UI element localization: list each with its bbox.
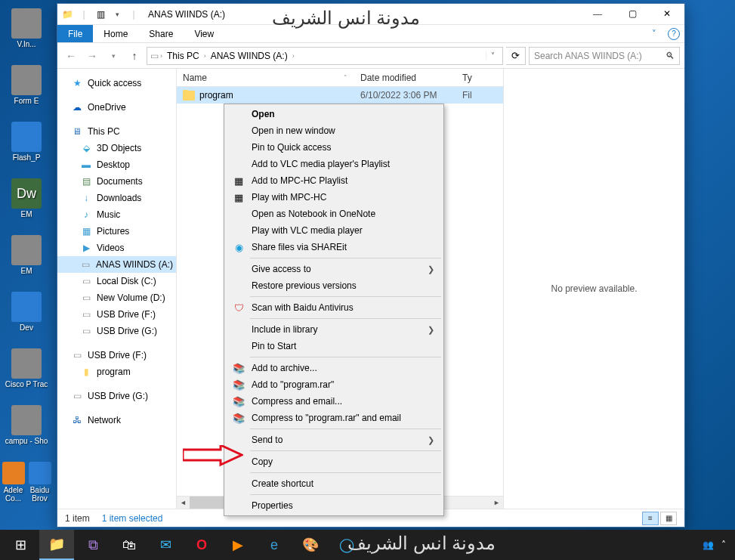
ctx-add-vlc[interactable]: Add to VLC media player's Playlist <box>226 156 442 172</box>
nav-videos[interactable]: ▶Videos <box>57 240 176 256</box>
refresh-button[interactable]: ⟳ <box>506 47 526 65</box>
forward-button[interactable]: → <box>83 47 101 65</box>
nav-anas-drive[interactable]: ▭ANAS WIINDS (A:) <box>57 256 176 273</box>
file-row[interactable]: program 6/10/2022 3:06 PM Fil <box>177 87 503 104</box>
ctx-baidu[interactable]: 🛡Scan with Baidu Antivirus <box>226 299 442 316</box>
svg-marker-0 <box>183 445 242 465</box>
task-opera[interactable]: O <box>184 530 219 560</box>
col-type[interactable]: Ty <box>456 69 479 86</box>
task-paint[interactable]: 🎨 <box>293 530 328 560</box>
minimize-button[interactable]: — <box>580 4 615 25</box>
desktop-icon[interactable]: Dev <box>0 283 53 340</box>
system-tray[interactable]: 👥 ˄ <box>703 540 732 550</box>
nav-network[interactable]: 🖧Network <box>57 412 176 429</box>
nav-usb-f[interactable]: ▭USB Drive (F:) <box>57 306 176 323</box>
tray-people-icon[interactable]: 👥 <box>703 540 714 550</box>
details-view-button[interactable]: ≡ <box>642 512 659 525</box>
address-bar[interactable]: ▭ › This PC › ANAS WIINDS (A:) › ˅ <box>147 47 503 65</box>
ctx-open-new-window[interactable]: Open in new window <box>226 122 442 139</box>
expand-ribbon-button[interactable]: ˅ <box>645 29 663 39</box>
task-video[interactable]: ▶ <box>221 530 255 560</box>
ctx-add-mpc[interactable]: ▦Add to MPC-HC Playlist <box>226 172 442 189</box>
ctx-shareit[interactable]: ◉Share files via SHAREit <box>226 239 442 255</box>
nav-3d-objects[interactable]: ⬙3D Objects <box>57 140 176 156</box>
tab-file[interactable]: File <box>57 25 93 42</box>
ctx-add-archive[interactable]: 📚Add to archive... <box>226 360 442 376</box>
ctx-send-to[interactable]: Send to❯ <box>226 432 442 448</box>
nav-downloads[interactable]: ↓Downloads <box>57 190 176 206</box>
desktop-icon[interactable]: V.In... <box>0 0 53 57</box>
task-app[interactable]: ⧉ <box>76 530 110 560</box>
nav-this-pc[interactable]: 🖥This PC <box>57 123 176 140</box>
nav-usb-f2[interactable]: ▭USB Drive (F:) <box>57 347 176 364</box>
ctx-pin-quick[interactable]: Pin to Quick access <box>226 139 442 156</box>
nav-desktop[interactable]: ▬Desktop <box>57 156 176 173</box>
task-app2[interactable]: ◯ <box>329 530 364 560</box>
nav-usb-g2[interactable]: ▭USB Drive (G:) <box>57 388 176 404</box>
icons-view-button[interactable]: ▦ <box>660 512 677 525</box>
ctx-compress-email[interactable]: 📚Compress and email... <box>226 393 442 410</box>
desktop-icon[interactable]: Flash_P <box>0 113 53 170</box>
desktop-icon[interactable]: Cisco P Trac <box>0 340 53 397</box>
nav-new-volume-d[interactable]: ▭New Volume (D:) <box>57 289 176 306</box>
help-button[interactable]: ? <box>668 28 680 40</box>
tray-up-icon[interactable]: ˄ <box>721 540 726 550</box>
task-store[interactable]: 🛍 <box>112 530 147 560</box>
nav-quick-access[interactable]: ★Quick access <box>57 75 176 91</box>
address-dropdown-icon[interactable]: ˅ <box>486 51 499 60</box>
recent-dropdown[interactable]: ▾ <box>104 47 122 65</box>
search-icon[interactable]: 🔍︎ <box>666 51 675 61</box>
nav-program-folder[interactable]: ▮program <box>57 364 176 380</box>
chevron-right-icon[interactable]: › <box>160 52 162 60</box>
desktop-icon[interactable]: EM <box>0 227 53 283</box>
task-edge[interactable]: e <box>257 530 292 560</box>
ctx-add-rar[interactable]: 📚Add to "program.rar" <box>226 376 442 393</box>
qat-dropdown-icon[interactable]: ▾ <box>110 8 124 21</box>
back-button[interactable]: ← <box>62 47 80 65</box>
ctx-compress-rar-email[interactable]: 📚Compress to "program.rar" and email <box>226 410 442 426</box>
scroll-right-button[interactable]: ► <box>490 497 503 509</box>
nav-documents[interactable]: ▤Documents <box>57 173 176 190</box>
scroll-left-button[interactable]: ◄ <box>177 497 190 509</box>
chevron-right-icon[interactable]: › <box>204 52 206 60</box>
ctx-open[interactable]: Open <box>226 106 442 122</box>
nav-usb-g[interactable]: ▭USB Drive (G:) <box>57 323 176 339</box>
desktop-icon[interactable]: campu - Sho <box>0 397 53 453</box>
tab-view[interactable]: View <box>184 25 224 42</box>
nav-onedrive[interactable]: ☁OneDrive <box>57 99 176 116</box>
ctx-copy[interactable]: Copy <box>226 453 442 470</box>
ctx-play-vlc[interactable]: Play with VLC media player <box>226 222 442 239</box>
ctx-onenote[interactable]: Open as Notebook in OneNote <box>226 206 442 222</box>
nav-music[interactable]: ♪Music <box>57 206 176 223</box>
desktop-icon[interactable]: DwEM <box>0 170 53 227</box>
search-input[interactable]: Search ANAS WIINDS (A:) 🔍︎ <box>529 47 680 65</box>
desktop-icon[interactable]: Form E <box>0 57 53 113</box>
breadcrumb[interactable]: This PC <box>164 51 202 61</box>
tab-share[interactable]: Share <box>138 25 184 42</box>
ctx-play-mpc[interactable]: ▦Play with MPC-HC <box>226 189 442 206</box>
breadcrumb[interactable]: ANAS WIINDS (A:) <box>208 51 291 61</box>
tab-home[interactable]: Home <box>93 25 138 42</box>
col-name[interactable]: Name <box>177 69 354 86</box>
nav-local-c[interactable]: ▭Local Disk (C:) <box>57 273 176 289</box>
desktop-icon[interactable]: Baidu Brov <box>26 453 53 510</box>
nav-pictures[interactable]: ▦Pictures <box>57 223 176 240</box>
close-button[interactable]: ✕ <box>650 4 684 25</box>
ctx-properties[interactable]: Properties <box>226 497 442 514</box>
task-explorer[interactable]: 📁 <box>39 530 74 560</box>
up-button[interactable]: ↑ <box>125 47 144 65</box>
start-button[interactable]: ⊞ <box>3 530 38 560</box>
ctx-create-shortcut[interactable]: Create shortcut <box>226 475 442 492</box>
network-icon: 🖧 <box>71 414 83 426</box>
desktop-icon[interactable]: Adele Co... <box>0 453 26 510</box>
ctx-include-library[interactable]: Include in library❯ <box>226 321 442 338</box>
ctx-pin-start[interactable]: Pin to Start <box>226 338 442 354</box>
task-mail[interactable]: ✉ <box>148 530 183 560</box>
col-date[interactable]: Date modified <box>354 69 456 86</box>
properties-icon[interactable]: ▥ <box>94 8 107 21</box>
chevron-right-icon[interactable]: › <box>292 52 295 60</box>
ctx-restore[interactable]: Restore previous versions <box>226 277 442 294</box>
maximize-button[interactable]: ▢ <box>615 4 650 25</box>
separator <box>250 472 441 473</box>
ctx-give-access[interactable]: Give access to❯ <box>226 261 442 277</box>
